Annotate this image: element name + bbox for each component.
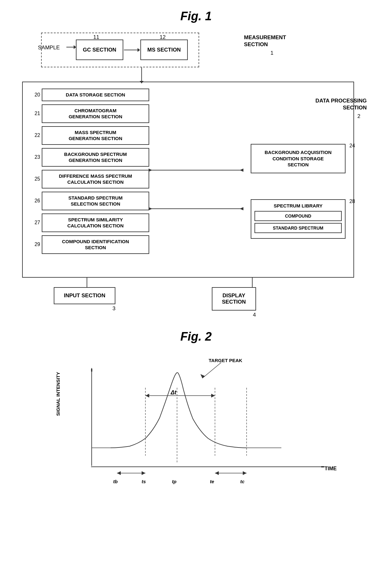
target-peak-arrow-svg [193,361,224,380]
block-num-25: 25 [29,176,40,182]
compound-id-box: COMPOUND IDENTIFICATIONSECTION [42,235,149,254]
gc-section-label: GC SECTION [83,47,116,53]
bottom-brackets-svg [92,470,281,478]
measurement-section-label: MEASUREMENTSECTION [244,34,286,48]
fig2-title: Fig. 2 [22,330,370,343]
bg-acquisition-container: BACKGROUND ACQUISITIONCONDITION STORAGES… [251,144,346,186]
svg-marker-27 [142,471,145,475]
fig2-chart: SIGNAL INTENSITY TIME TARGET PEAK Δt [54,353,338,486]
std-spectrum-sel-box: STANDARD SPECTRUMSELECTION SECTION [42,192,149,210]
compound-item: COMPOUND [254,211,342,221]
fig2-section: Fig. 2 SIGNAL INTENSITY TIME [22,330,370,486]
mass-spectrum-gen-box: MASS SPECTRUMGENERATION SECTION [42,126,149,145]
svg-marker-2 [240,169,243,172]
bg-spectrum-gen-box: BACKGROUND SPECTRUMGENERATION SECTION [42,148,149,167]
standard-spectrum-item: STANDARD SPECTRUM [254,223,342,233]
measurement-to-dp-arrow [141,67,142,83]
display-section-container: DISPLAYSECTION 4 [212,287,256,318]
sample-label: SAMPLE [38,45,60,51]
dashed-lines-svg [92,388,281,467]
y-axis-label: SIGNAL INTENSITY [55,372,61,416]
bg-arrow-svg [149,167,247,173]
sample-to-gc-arrow [66,47,76,47]
display-section-box: DISPLAYSECTION [212,287,256,311]
block-num-27: 27 [29,220,40,225]
block-row-21: 21 CHROMATOGRAMGENERATION SECTION [29,104,149,123]
svg-marker-1 [149,169,152,172]
gc-to-ms-arrow [124,50,140,50]
block-num-22: 22 [29,133,40,138]
time-label-tb: tb [113,479,118,484]
display-section-number: 4 [253,312,256,318]
svg-marker-11 [91,368,92,372]
gc-section-box: GC SECTION [76,40,123,60]
spec-lib-arrow-svg [149,206,247,212]
svg-marker-30 [243,471,247,475]
dp-to-input-arrow-svg [84,277,90,287]
fig1-title: Fig. 1 [13,9,379,23]
spectrum-library-title: SPECTRUM LIBRARY [254,203,342,208]
x-axis-label: TIME [325,466,337,472]
block-row-26: 26 STANDARD SPECTRUMSELECTION SECTION [29,192,149,210]
svg-line-16 [202,362,221,378]
fig1-diagram: SAMPLE 11 GC SECTION 12 MS SECTION MEASU… [22,33,370,311]
block-num-26: 26 [29,198,40,204]
block-row-20: 20 DATA STORAGE SECTION [29,89,149,101]
time-label-te: te [210,479,214,484]
chromatogram-gen-box: CHROMATOGRAMGENERATION SECTION [42,104,149,123]
left-blocks: 20 DATA STORAGE SECTION 21 CHROMATOGRAMG… [29,89,149,257]
ms-section-label: MS SECTION [147,47,181,53]
svg-marker-17 [200,374,205,378]
num-24: 24 [349,143,355,149]
block-num-23: 23 [29,154,40,160]
block-row-29: 29 COMPOUND IDENTIFICATIONSECTION [29,235,149,254]
block-num-21: 21 [29,111,40,116]
bg-acquisition-box: BACKGROUND ACQUISITIONCONDITION STORAGES… [251,144,346,173]
data-storage-box: DATA STORAGE SECTION [42,89,149,101]
data-processing-box: 20 DATA STORAGE SECTION 21 CHROMATOGRAMG… [22,82,354,278]
time-label-tc: tc [240,479,244,484]
time-label-ts: ts [142,479,146,484]
input-section-box: INPUT SECTION [54,287,115,304]
svg-marker-5 [240,207,243,210]
block-num-20: 20 [29,92,40,98]
input-section-number: 3 [113,305,115,312]
spectrum-sim-box: SPECTRUM SIMILARITYCALCULATION SECTION [42,213,149,232]
block-num-29: 29 [29,242,40,247]
spectrum-library-box: SPECTRUM LIBRARY COMPOUND STANDARD SPECT… [251,199,346,239]
measurement-section: SAMPLE 11 GC SECTION 12 MS SECTION MEASU… [41,33,224,74]
svg-marker-4 [149,207,152,210]
svg-marker-29 [215,471,219,475]
time-label-tp: tp [172,479,176,484]
block-row-27: 27 SPECTRUM SIMILARITYCALCULATION SECTIO… [29,213,149,232]
block-row-23: 23 BACKGROUND SPECTRUMGENERATION SECTION [29,148,149,167]
diff-mass-spectrum-box: DIFFERENCE MASS SPECTRUMCALCULATION SECT… [42,170,149,188]
block-row-25: 25 DIFFERENCE MASS SPECTRUMCALCULATION S… [29,170,149,188]
measurement-section-number: 1 [271,50,273,56]
block-row-22: 22 MASS SPECTRUMGENERATION SECTION [29,126,149,145]
dp-section-number: 2 [358,113,360,120]
dp-to-display-arrow-svg [249,277,255,287]
svg-marker-26 [117,471,121,475]
ms-section-box: MS SECTION [140,40,188,60]
spectrum-library-container: SPECTRUM LIBRARY COMPOUND STANDARD SPECT… [251,199,346,239]
num-28: 28 [349,199,355,204]
input-section-container: INPUT SECTION 3 [54,287,115,312]
